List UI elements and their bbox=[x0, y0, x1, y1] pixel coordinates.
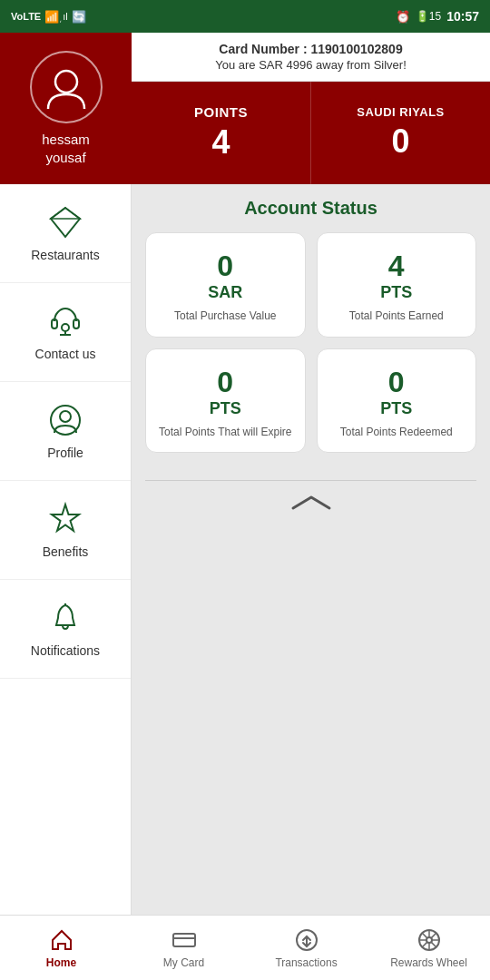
stat-unit-0: SAR bbox=[208, 283, 242, 302]
header-left: hessam yousaf bbox=[0, 33, 132, 184]
stat-value-3: 0 bbox=[388, 366, 405, 399]
nav-item-rewards[interactable]: Rewards Wheel bbox=[368, 916, 490, 980]
svg-marker-1 bbox=[51, 208, 80, 237]
stats-grid: 0 SAR Total Purchase Value 4 PTS Total P… bbox=[145, 232, 476, 453]
svg-point-5 bbox=[62, 324, 69, 331]
sidebar-item-profile[interactable]: Profile bbox=[0, 382, 131, 481]
chevron-up-icon bbox=[289, 492, 334, 514]
stat-value-1: 4 bbox=[388, 250, 405, 283]
main-content: Account Status 0 SAR Total Purchase Valu… bbox=[132, 184, 490, 915]
svg-marker-2 bbox=[51, 208, 80, 219]
stat-card-pts-earned: 4 PTS Total Points Earned bbox=[317, 232, 477, 338]
username: hessam yousaf bbox=[42, 131, 90, 166]
signal-2: ᷊ıl bbox=[63, 11, 68, 23]
sidebar-item-contact[interactable]: Contact us bbox=[0, 283, 131, 382]
stat-unit-3: PTS bbox=[380, 399, 412, 418]
svg-marker-10 bbox=[52, 505, 79, 531]
stat-card-sar: 0 SAR Total Purchase Value bbox=[145, 232, 306, 338]
nav-label-home: Home bbox=[46, 956, 76, 969]
app-container: hessam yousaf Card Number : 119010010280… bbox=[0, 33, 490, 980]
star-icon bbox=[47, 501, 83, 537]
svg-line-23 bbox=[421, 932, 426, 937]
sidebar-label-restaurants: Restaurants bbox=[31, 248, 99, 262]
account-status-title: Account Status bbox=[145, 198, 476, 219]
stat-label-1: Total Points Earned bbox=[349, 309, 444, 324]
time-display: 10:57 bbox=[446, 9, 479, 24]
points-value: 4 bbox=[211, 123, 230, 162]
headset-icon bbox=[47, 303, 83, 339]
stat-unit-2: PTS bbox=[210, 399, 241, 418]
svg-point-0 bbox=[55, 71, 77, 93]
svg-rect-13 bbox=[173, 934, 195, 946]
riyals-label: SAUDI RIYALS bbox=[357, 105, 445, 119]
sidebar-item-restaurants[interactable]: Restaurants bbox=[0, 184, 131, 283]
stat-label-2: Total Points That will Expire bbox=[159, 426, 292, 440]
points-label: POINTS bbox=[194, 104, 248, 120]
status-bar-right: ⏰ 🔋15 10:57 bbox=[396, 9, 479, 24]
stat-card-pts-redeemed: 0 PTS Total Points Redeemed bbox=[317, 348, 477, 454]
avatar bbox=[30, 51, 103, 123]
wheel-icon bbox=[416, 927, 442, 953]
sidebar-item-notifications[interactable]: Notifications bbox=[0, 580, 131, 679]
wifi-icon: 🔄 bbox=[72, 10, 86, 24]
bell-icon bbox=[47, 600, 83, 636]
card-icon bbox=[172, 927, 197, 953]
alarm-icon: ⏰ bbox=[396, 10, 410, 24]
sidebar-label-profile: Profile bbox=[47, 446, 83, 460]
nav-item-transactions[interactable]: Transactions bbox=[245, 916, 368, 980]
stat-label-3: Total Points Redeemed bbox=[340, 426, 453, 440]
points-cell: POINTS 4 bbox=[132, 82, 311, 184]
bottom-nav: Home My Card Transactions bbox=[0, 915, 490, 980]
nav-item-mycard[interactable]: My Card bbox=[122, 916, 245, 980]
stat-label-0: Total Purchase Value bbox=[174, 309, 277, 324]
status-bar: VoLTE 📶 ᷊ıl 🔄 ⏰ 🔋15 10:57 bbox=[0, 0, 490, 33]
person-circle-icon bbox=[47, 402, 83, 438]
stat-value-0: 0 bbox=[217, 250, 233, 283]
sidebar-label-contact: Contact us bbox=[35, 347, 96, 361]
riyals-value: 0 bbox=[391, 122, 409, 161]
svg-line-26 bbox=[421, 942, 426, 947]
header-right: Card Number : 1190100102809 You are SAR … bbox=[132, 33, 490, 184]
stat-value-2: 0 bbox=[217, 366, 233, 399]
nav-label-transactions: Transactions bbox=[275, 956, 337, 969]
content-area: Restaurants Contact us bbox=[0, 184, 490, 915]
svg-point-18 bbox=[426, 937, 432, 943]
svg-line-25 bbox=[431, 932, 436, 937]
home-icon bbox=[49, 927, 74, 953]
card-status: You are SAR 4996 away from Silver! bbox=[145, 58, 476, 72]
nav-label-mycard: My Card bbox=[163, 956, 204, 969]
nav-item-home[interactable]: Home bbox=[0, 916, 122, 980]
sidebar: Restaurants Contact us bbox=[0, 184, 132, 915]
nav-label-rewards: Rewards Wheel bbox=[390, 956, 467, 969]
stat-card-pts-expire: 0 PTS Total Points That will Expire bbox=[145, 348, 306, 454]
collapse-area[interactable] bbox=[145, 480, 476, 514]
transfer-icon bbox=[294, 927, 319, 953]
sidebar-label-notifications: Notifications bbox=[31, 643, 100, 658]
status-bar-left: VoLTE 📶 ᷊ıl 🔄 bbox=[11, 10, 86, 24]
svg-line-24 bbox=[431, 942, 436, 947]
signal-bars: 📶 bbox=[44, 10, 59, 24]
stat-unit-1: PTS bbox=[380, 283, 412, 302]
header: hessam yousaf Card Number : 119010010280… bbox=[0, 33, 490, 184]
sidebar-label-benefits: Benefits bbox=[43, 544, 89, 559]
card-info: Card Number : 1190100102809 You are SAR … bbox=[132, 33, 490, 82]
battery-indicator: 🔋15 bbox=[416, 10, 441, 23]
sidebar-item-benefits[interactable]: Benefits bbox=[0, 481, 131, 580]
card-number: Card Number : 1190100102809 bbox=[145, 42, 476, 56]
svg-point-9 bbox=[60, 411, 71, 422]
points-row: POINTS 4 SAUDI RIYALS 0 bbox=[132, 82, 490, 184]
carrier-icon: VoLTE bbox=[11, 11, 41, 22]
riyals-cell: SAUDI RIYALS 0 bbox=[311, 82, 490, 184]
diamond-icon bbox=[47, 204, 83, 240]
